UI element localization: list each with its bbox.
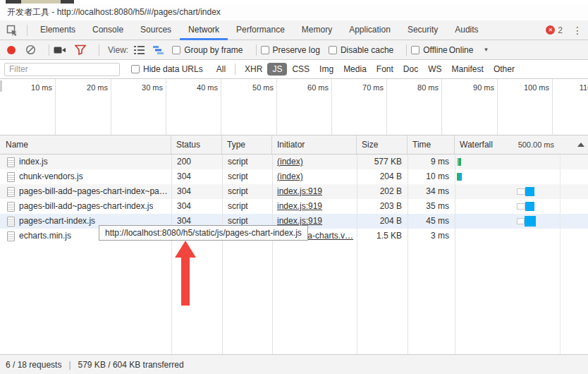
preserve-log-checkbox[interactable] [261,46,269,54]
waterfall-bar [455,199,588,214]
waterfall-bar [455,155,588,169]
offline-checkbox[interactable] [411,46,419,54]
inspect-element-icon[interactable] [6,24,18,37]
column-header-type[interactable]: Type [222,135,272,154]
tab-console[interactable]: Console [84,20,132,40]
request-type: script [222,184,272,199]
tab-elements[interactable]: Elements [32,20,84,40]
request-time: 34 ms [408,184,455,199]
url-tooltip: http://localhost:8080/h5/static/js/pages… [99,225,308,241]
ruler-tick-label: 20 ms [59,83,108,92]
hide-data-urls-label[interactable]: Hide data URLs [143,64,203,74]
waterfall-label: Waterfall [460,140,493,150]
initiator-link[interactable]: index.js:919 [277,201,322,211]
request-size: 204 B [357,214,408,229]
table-row[interactable]: chunk-vendors.js 304 script (index) 204 … [0,169,588,184]
ruler-gridline [276,79,277,135]
ruler-gridline [331,79,332,135]
chip-xhr[interactable]: XHR [240,63,267,76]
throttling-select[interactable]: Online [449,45,474,55]
initiator-link[interactable]: (index) [277,157,303,167]
request-size: 203 B [357,199,408,214]
sort-triangle-icon[interactable] [577,143,584,147]
error-badge-icon[interactable]: ✕ [546,25,555,35]
capture-screenshots-icon[interactable] [54,45,66,55]
group-by-frame-label[interactable]: Group by frame [184,45,243,55]
ruler-tick-label: 40 ms [169,83,218,92]
disable-cache-checkbox[interactable] [329,46,337,54]
clear-button[interactable] [25,44,36,55]
group-by-frame-checkbox[interactable] [172,46,180,54]
column-header-size[interactable]: Size [357,135,408,154]
table-row[interactable]: pages-bill-add~pages-chart-index.js 304 … [0,199,588,214]
chip-media[interactable]: Media [338,63,372,76]
use-large-rows-icon[interactable] [134,46,145,54]
document-icon [7,187,15,197]
chevron-down-icon[interactable]: ▼ [483,47,489,53]
column-header-waterfall[interactable]: Waterfall 500.00 ms [455,135,588,154]
tab-audits[interactable]: Audits [446,20,486,40]
waterfall-scale-label: 500.00 ms [518,135,554,154]
waterfall-bar [455,169,588,184]
table-row[interactable]: pages-bill-add~pages-chart-index~pa… 304… [0,184,588,199]
divider [27,25,27,36]
chip-doc[interactable]: Doc [398,63,423,76]
error-count[interactable]: 2 [558,25,563,35]
column-header-name[interactable]: Name [0,135,171,154]
window-title: 开发者工具 - http://localhost:8080/h5/#/pages… [7,6,221,18]
record-button[interactable] [7,46,16,54]
initiator-link[interactable]: (index) [277,171,303,181]
chip-other[interactable]: Other [489,63,520,76]
ruler-tick-label: 100 ms [500,83,549,92]
column-header-status[interactable]: Status [171,135,222,154]
tab-memory[interactable]: Memory [293,20,341,40]
table-row[interactable]: index.js 200 script (index) 577 KB 9 ms [0,155,588,169]
transferred-summary: 579 KB / 604 KB transferred [78,360,184,370]
kebab-menu-icon[interactable]: ⋮ [570,25,585,36]
ruler-tick-label: 80 ms [389,83,439,92]
request-status: 304 [171,169,222,184]
ruler-gridline [386,79,387,135]
chip-img[interactable]: Img [314,63,338,76]
tab-sources[interactable]: Sources [132,20,180,40]
chip-ws[interactable]: WS [423,63,446,76]
ruler-gridline [497,79,498,135]
disable-cache-label[interactable]: Disable cache [341,45,393,55]
chip-all[interactable]: All [212,63,231,76]
column-header-initiator[interactable]: Initiator [272,135,357,154]
chip-manifest[interactable]: Manifest [447,63,489,76]
offline-label[interactable]: Offline [423,45,447,55]
waterfall-bar [455,184,588,199]
initiator-link[interactable]: index.js:919 [277,216,322,226]
hide-data-urls-checkbox[interactable] [131,65,140,73]
tab-security[interactable]: Security [399,20,446,40]
request-name: pages-bill-add~pages-chart-index.js [19,199,153,214]
chip-font[interactable]: Font [372,63,398,76]
column-header-time[interactable]: Time [408,135,455,154]
tab-application[interactable]: Application [341,20,399,40]
chip-js[interactable]: JS [267,63,287,76]
request-type: script [222,155,272,169]
initiator-link[interactable]: index.js:919 [277,186,322,196]
background-window-text-cutoff [6,0,74,4]
ruler-tick-label: 90 ms [445,83,494,92]
divider [256,44,257,56]
request-time: 10 ms [408,169,455,184]
request-type: script [222,199,272,214]
request-name: pages-bill-add~pages-chart-index~pa… [19,184,168,199]
tab-network[interactable]: Network [180,20,228,40]
ruler-tick-label: 70 ms [334,83,384,92]
filter-funnel-icon[interactable] [75,44,86,55]
document-icon [7,217,15,227]
ruler-tick-label: 30 ms [114,83,163,92]
chip-css[interactable]: CSS [287,63,314,76]
preserve-log-label[interactable]: Preserve log [273,45,320,55]
filter-input[interactable] [4,63,120,76]
resource-type-chips: All XHR JS CSS Img Media Font Doc WS Man… [212,63,520,76]
tab-performance[interactable]: Performance [228,20,293,40]
ruler-gridline [55,79,56,135]
timeline-ruler[interactable]: 10 ms20 ms30 ms40 ms50 ms60 ms70 ms80 ms… [0,79,588,135]
show-overview-icon[interactable] [153,46,164,54]
ruler-tick-label: 50 ms [224,83,274,92]
divider [49,44,49,56]
